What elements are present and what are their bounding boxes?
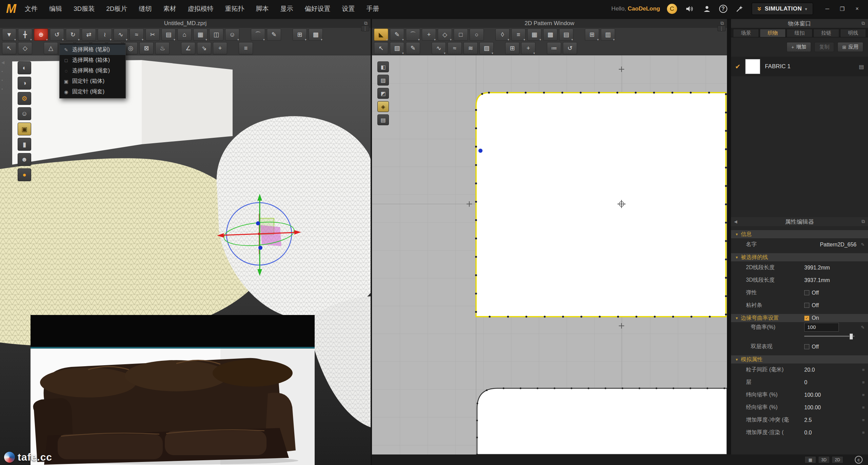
fabric-list-item[interactable]: ✔ FABRIC 1 ▤ <box>731 57 868 76</box>
transform-pattern-tool[interactable]: ◣ <box>374 29 388 41</box>
section-simulation[interactable]: ▼模拟属性 <box>731 355 868 364</box>
flatten-tool[interactable]: ⇘ <box>197 42 211 54</box>
steam-brush-tool[interactable]: ♨ <box>155 42 170 54</box>
edit-name-icon[interactable]: ✎ <box>861 242 865 247</box>
expand-icon[interactable]: ⧉ <box>862 219 865 224</box>
menu-2d-pattern[interactable]: 2D板片 <box>100 0 133 18</box>
select-mesh-tool[interactable]: ⊕ <box>34 29 48 41</box>
help-icon[interactable]: ? <box>719 5 727 13</box>
menu-preferences[interactable]: 偏好设置 <box>299 0 336 18</box>
pattern-texture-button[interactable]: ▨ <box>377 75 389 86</box>
menu-display[interactable]: 显示 <box>275 0 299 18</box>
whats-new-icon[interactable] <box>734 3 745 14</box>
menu-file[interactable]: 文件 <box>19 0 43 18</box>
grid-2d-tool[interactable]: ⊞ <box>585 29 599 41</box>
texture-grid-tool[interactable]: ▥ <box>601 29 615 41</box>
reset-arrange-tool[interactable]: ↺ <box>563 42 577 54</box>
refresh-icon[interactable]: c <box>855 456 863 464</box>
pattern-outline-button[interactable]: ◧ <box>377 61 389 72</box>
mesh-triangulate-tool[interactable]: △ <box>44 42 58 54</box>
align-tool[interactable]: ≡ <box>239 42 253 54</box>
segment-sewing-tool[interactable]: ∿ <box>114 29 128 41</box>
2d-window-titlebar[interactable]: 2D Pattern Window ⧉ <box>372 19 727 28</box>
show-pressure-button[interactable]: ▮ <box>18 138 31 151</box>
slider-icon[interactable]: ≡ <box>862 367 865 372</box>
simulation-settings-button[interactable]: ⚙ <box>18 92 31 105</box>
fabric-swatch[interactable] <box>745 59 760 74</box>
edit-rate-icon[interactable]: ✎ <box>861 325 865 330</box>
fabric-menu-icon[interactable]: ▤ <box>859 63 864 70</box>
collapsed-tab-icon[interactable]: ◀ <box>1 60 4 65</box>
add-button[interactable]: +增加 <box>787 42 811 52</box>
annotation-tool[interactable]: + <box>521 42 535 54</box>
tab-fabric[interactable]: 织物 <box>760 29 786 37</box>
credits-coin-icon[interactable]: C <box>667 4 677 14</box>
toolbar-handle[interactable]: ⋮ <box>717 25 726 31</box>
maximize-button[interactable]: ❐ <box>835 3 850 15</box>
menu-item-pin-lasso[interactable]: ◉ 固定针 (绳套) <box>60 87 125 97</box>
slider-icon[interactable]: ≡ <box>862 405 865 410</box>
sound-icon[interactable] <box>684 3 695 14</box>
bonding-checkbox[interactable] <box>804 303 809 308</box>
collapsed-tab-icon[interactable]: ▪ <box>1 69 4 74</box>
collapse-icon[interactable]: ◀ <box>734 219 737 224</box>
menu-item-select-mesh-box[interactable]: □ 选择网格 (箱体) <box>60 55 125 66</box>
menu-3d-garment[interactable]: 3D服装 <box>68 0 100 18</box>
apply-button[interactable]: ⊞应用 <box>837 42 863 52</box>
slider-handle[interactable] <box>849 333 853 340</box>
fold-arrangement-tool[interactable]: ∠ <box>181 42 195 54</box>
elastic-checkbox[interactable] <box>804 290 809 295</box>
assemble-tool[interactable]: ◇ <box>18 42 32 54</box>
minimize-button[interactable]: ─ <box>820 3 835 15</box>
tab-scene[interactable]: 场景 <box>733 29 759 37</box>
grading-tool[interactable]: ▤ <box>559 29 573 41</box>
add-point-tool[interactable]: + <box>422 29 436 41</box>
2d-viewport[interactable]: ◧▨◩◈▤ <box>372 55 727 454</box>
menu-item-pin-box[interactable]: ▣ 固定针 (箱体) <box>60 76 125 87</box>
menu-edit[interactable]: 编辑 <box>43 0 68 18</box>
menu-manual[interactable]: 手册 <box>361 0 385 18</box>
trace-tool[interactable]: ▦ <box>527 29 541 41</box>
slider-icon[interactable]: ≡ <box>862 430 865 435</box>
pleats-sewing-tool[interactable]: ▤ <box>161 29 176 41</box>
layout-grid-button[interactable]: ▦ <box>805 456 816 463</box>
dart-tool[interactable]: ◊ <box>495 29 510 41</box>
curvature-rate-input[interactable]: 100 <box>804 323 839 332</box>
pattern-info-button[interactable]: ▤ <box>377 114 389 125</box>
app-logo-icon[interactable]: M <box>3 1 19 17</box>
tab-zipper[interactable]: 拉链 <box>813 29 839 37</box>
rectangle-tool[interactable]: □ <box>454 29 468 41</box>
transform-texture-tool[interactable]: ↖ <box>374 42 388 54</box>
toolbar-handle[interactable]: ⋮ <box>361 25 369 31</box>
mirror-paste-tool[interactable]: ⇄ <box>82 29 96 41</box>
object-window-titlebar[interactable]: 物体窗口 ⧉ <box>731 19 868 28</box>
pleat-2d-tool[interactable]: ≡ <box>511 29 526 41</box>
edit-texture-tool[interactable]: ▧ <box>390 42 404 54</box>
show-dress-button[interactable]: ◑ <box>18 77 31 90</box>
menu-item-select-mesh-lasso[interactable]: ◌ 选择网格 (绳套) <box>60 66 125 76</box>
layout-3d-button[interactable]: 3D <box>818 456 830 463</box>
topstitch-edit-tool[interactable]: ∿ <box>432 42 446 54</box>
rotate-cw-tool[interactable]: ↻ <box>66 29 80 41</box>
account-icon[interactable] <box>702 3 712 14</box>
free-topstitch-tool[interactable]: ≋ <box>463 42 478 54</box>
sewing-edit-tool[interactable]: ≀ <box>98 29 112 41</box>
menu-retopology[interactable]: 重拓扑 <box>219 0 250 18</box>
pattern-mesh-view-tool[interactable]: ▩ <box>309 29 323 41</box>
arrange-point-tool[interactable]: + <box>213 42 227 54</box>
pattern-piece-bottom[interactable] <box>477 388 727 454</box>
select-move-tool[interactable]: ╋ <box>18 29 32 41</box>
show-3d-garment-button[interactable]: ◐ <box>18 61 31 74</box>
grid-view-tool[interactable]: ⊞ <box>293 29 307 41</box>
edit-curvature-tool[interactable]: ⌒ <box>406 29 420 41</box>
simulate-tool[interactable]: ▼ <box>2 29 16 41</box>
copy-button[interactable]: 复制 <box>814 42 834 52</box>
slider-icon[interactable]: ≡ <box>862 392 865 397</box>
menu-settings[interactable]: 设置 <box>336 0 361 18</box>
puckering-tool[interactable]: ▨ <box>479 42 494 54</box>
show-arrangement-button[interactable]: ● <box>18 168 31 181</box>
lock-pin-tool[interactable]: ⊠ <box>139 42 154 54</box>
edit-pattern-tool[interactable]: ✎ <box>390 29 404 41</box>
seam-allowance-tool[interactable]: ▩ <box>543 29 557 41</box>
menu-script[interactable]: 脚本 <box>250 0 275 18</box>
